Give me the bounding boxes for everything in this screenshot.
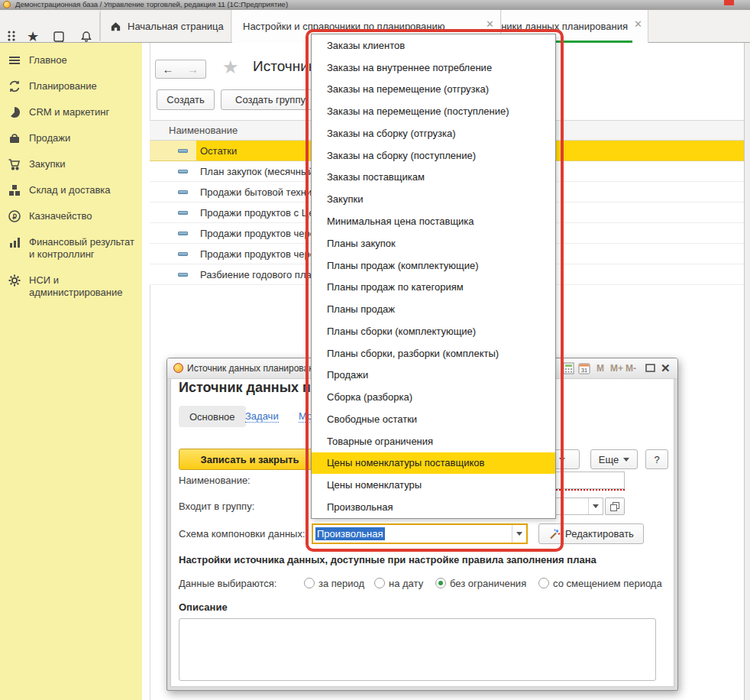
sidebar-item-treasury[interactable]: ₽ Казначейство <box>0 203 142 229</box>
dropdown-item[interactable]: Заказы на внутреннее потребление <box>312 57 555 79</box>
radio-period-shift[interactable] <box>538 578 549 588</box>
onec-dialog-icon <box>173 363 183 373</box>
memory-m-minus-button[interactable]: M- <box>626 363 636 374</box>
sidebar-item-planning[interactable]: Планирование <box>0 73 142 99</box>
dropdown-item[interactable]: Планы продаж (комплектующие) <box>312 254 555 277</box>
forward-button[interactable]: → <box>180 60 206 79</box>
dropdown-item[interactable]: Произвольная <box>312 496 555 518</box>
favorite-star-icon[interactable]: ★ <box>222 57 239 78</box>
create-button[interactable]: Создать <box>157 89 215 110</box>
create-group-button[interactable]: Создать группу <box>221 89 320 110</box>
tab-settings-close-icon[interactable]: ✕ <box>486 19 494 29</box>
sidebar-item-main[interactable]: Главное <box>0 47 142 73</box>
sidebar-item-label: Главное <box>29 54 67 66</box>
group-open-button[interactable] <box>605 497 625 515</box>
dropdown-item[interactable]: Заказы на сборку (отгрузка) <box>312 122 555 144</box>
dropdown-item[interactable]: Планы продаж <box>312 298 555 320</box>
dropdown-item[interactable]: Сборка (разборка) <box>312 386 555 408</box>
dropdown-item[interactable]: Минимальная цена поставщика <box>312 210 555 232</box>
dialog-tab-tasks[interactable]: Задачи <box>245 410 279 423</box>
planning-icon <box>8 79 21 93</box>
sidebar-item-sales[interactable]: Продажи <box>0 125 142 151</box>
admin-gear-icon <box>8 274 21 287</box>
scheme-combo-dropdown-icon[interactable] <box>512 525 526 543</box>
radio-period[interactable] <box>304 578 315 588</box>
list-element-icon <box>178 190 188 194</box>
data-select-label: Данные выбираются: <box>179 578 276 589</box>
purchases-icon <box>8 157 21 171</box>
help-button[interactable]: ? <box>645 449 668 469</box>
settings-section-header: Настройки источника данных, доступные пр… <box>179 554 596 566</box>
radio-period-shift-label: со смещением периода <box>553 578 662 589</box>
tab-home-label: Начальная страница <box>128 21 224 32</box>
dropdown-item[interactable]: Заказы клиентов <box>312 34 555 57</box>
sidebar-item-warehouse[interactable]: Склад и доставка <box>0 177 142 203</box>
calculator-icon[interactable] <box>563 362 574 374</box>
dropdown-item[interactable]: Цены номенклатуры <box>312 474 555 496</box>
memory-m-plus-button[interactable]: M+ <box>610 363 623 374</box>
dropdown-item[interactable]: Заказы на перемещение (поступление) <box>312 100 555 122</box>
save-and-close-button[interactable]: Записать и закрыть <box>179 449 321 470</box>
scheme-combo[interactable]: Произвольная <box>312 523 528 544</box>
sidebar-item-label: Продажи <box>29 132 70 144</box>
dropdown-item[interactable]: Планы продаж по категориям <box>312 276 555 298</box>
sidebar-item-admin[interactable]: НСИ и администрирование <box>0 267 142 306</box>
dropdown-item[interactable]: Заказы на перемещение (отгрузка) <box>312 79 555 101</box>
section-sidebar: Главное Планирование CRM и маркетинг Про… <box>0 43 142 700</box>
treasury-icon: ₽ <box>8 209 21 223</box>
window-close-icon[interactable] <box>724 0 734 5</box>
list-element-icon <box>178 273 188 277</box>
maximize-icon[interactable] <box>645 364 655 372</box>
dropdown-item[interactable]: Планы сборки (комплектующие) <box>312 320 555 342</box>
name-field-label: Наименование: <box>179 475 251 486</box>
radio-date-label: на дату <box>389 578 423 589</box>
list-element-icon <box>178 170 188 173</box>
group-combo-dropdown-icon[interactable] <box>588 498 603 514</box>
description-label: Описание <box>179 601 228 613</box>
window-title: Демонстрационная база / Управление торго… <box>15 0 288 8</box>
calendar-icon[interactable]: 31 <box>578 362 590 374</box>
sidebar-item-finance[interactable]: Финансовый результат и контроллинг <box>0 229 142 267</box>
dropdown-item[interactable]: Планы закупок <box>312 232 555 254</box>
scheme-combo-value: Произвольная <box>315 527 385 540</box>
more-button-label: Еще <box>599 454 619 465</box>
window-titlebar: Демонстрационная база / Управление торго… <box>0 0 750 10</box>
sidebar-item-label: Планирование <box>29 80 97 92</box>
sidebar-item-label: Склад и доставка <box>29 184 111 196</box>
tab-sources-close-icon[interactable]: ✕ <box>634 19 642 29</box>
dropdown-item[interactable]: Продажи <box>312 364 555 386</box>
sidebar-item-crm[interactable]: CRM и маркетинг <box>0 99 142 125</box>
tab-home[interactable]: Начальная страница <box>100 10 231 43</box>
scheme-dropdown-list: Заказы клиентов Заказы на внутреннее пот… <box>311 34 556 519</box>
dropdown-item[interactable]: Закупки <box>312 188 555 210</box>
dropdown-item[interactable]: Заказы на сборку (поступление) <box>312 144 555 167</box>
radio-no-limit[interactable] <box>435 578 446 588</box>
memory-m-button[interactable]: M <box>596 363 604 374</box>
crm-icon <box>8 105 21 119</box>
dropdown-item[interactable]: Заказы поставщикам <box>312 167 555 189</box>
sidebar-item-label: CRM и маркетинг <box>29 106 109 118</box>
dropdown-item[interactable]: Свободные остатки <box>312 408 555 430</box>
tab-settings-label: Настройки и справочники по планированию <box>243 21 445 32</box>
onec-logo-icon <box>3 1 11 8</box>
column-header-name: Наименование <box>169 125 238 136</box>
dialog-tab-main[interactable]: Основное <box>179 406 246 427</box>
sidebar-item-purchases[interactable]: Закупки <box>0 151 142 177</box>
back-button[interactable]: ← <box>155 60 181 79</box>
list-element-icon <box>178 252 188 256</box>
dialog-title: Источник данных планирования <box>187 363 324 374</box>
radio-date[interactable] <box>374 578 385 588</box>
group-field-label: Входит в группу: <box>179 501 254 512</box>
edit-scheme-button[interactable]: Редактировать <box>538 523 644 544</box>
dropdown-item[interactable]: Цены номенклатуры поставщиков <box>312 452 555 475</box>
sidebar-item-label: Финансовый результат и контроллинг <box>29 236 134 260</box>
more-button[interactable]: Еще <box>590 449 638 469</box>
menu-icon <box>8 53 21 67</box>
dialog-close-icon[interactable]: ✕ <box>661 361 671 375</box>
dropdown-item[interactable]: Планы сборки, разборки (комплекты) <box>312 342 555 365</box>
radio-period-label: за период <box>318 578 364 589</box>
list-element-icon <box>178 149 188 153</box>
right-gutter <box>744 43 750 700</box>
description-textarea[interactable] <box>179 618 656 681</box>
dropdown-item[interactable]: Товарные ограничения <box>312 430 555 452</box>
